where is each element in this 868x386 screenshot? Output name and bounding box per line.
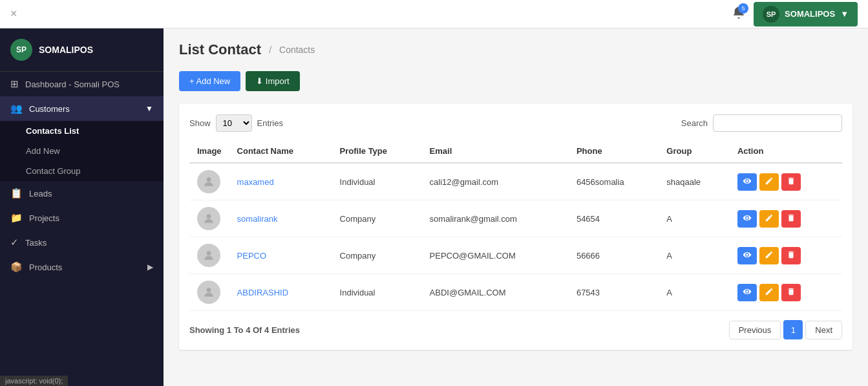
sidebar-tasks-label: Tasks [25,238,47,248]
sidebar-item-dashboard[interactable]: ⊞ Dashboard - Somali POS [0,72,164,96]
contact-name-cell: PEPCO [229,237,332,274]
pagination-buttons: Previous 1 Next [729,320,842,339]
group-cell: A [659,274,730,311]
contact-name-link[interactable]: ABDIRASHID [237,288,288,297]
sidebar: SP SOMALIPOS ⊞ Dashboard - Somali POS 👥 … [0,28,164,386]
contact-name-cell: somalirank [229,200,332,237]
col-contact-name: Contact Name [229,140,332,163]
view-button[interactable] [737,173,757,191]
products-icon: 📦 [10,261,23,273]
entries-label: Entries [257,118,283,128]
customers-submenu: Contacts List Add New Contact Group [0,121,164,181]
leads-icon: 📋 [10,188,23,199]
group-cell: A [659,237,730,274]
avatar-cell [189,237,229,274]
search-box: Search [681,114,842,132]
col-email: Email [422,140,569,163]
projects-icon: 📁 [10,212,23,224]
contact-name-link[interactable]: maxamed [237,177,274,187]
sidebar-projects-label: Projects [29,213,59,223]
sidebar-item-products[interactable]: 📦 Products ▶ [0,255,164,279]
contact-name-link[interactable]: PEPCO [237,251,267,261]
close-button[interactable]: × [10,7,17,21]
view-button[interactable] [737,210,757,228]
phone-cell: 6456somalia [569,163,659,200]
notification-bell[interactable]: 5 [732,6,746,22]
svg-point-0 [207,177,211,182]
sidebar-brand: SP SOMALIPOS [0,28,164,72]
showing-of-label: Of [250,325,264,335]
sidebar-brand-name: SOMALIPOS [39,45,93,55]
delete-button[interactable] [781,173,801,191]
group-cell: shaqaale [659,163,730,200]
page-title: List Contact [179,41,261,58]
tasks-icon: ✓ [10,237,19,248]
edit-button[interactable] [759,247,779,264]
email-cell: somalirank@gmail.com [422,200,569,237]
avatar [197,281,220,304]
col-action: Action [730,140,842,163]
email-cell: ABDI@GMAIL.COM [422,274,569,311]
next-button[interactable]: Next [805,321,842,339]
user-menu[interactable]: SP SOMALIPOS ▼ [754,2,858,27]
view-button[interactable] [737,247,757,264]
action-cell [730,237,842,274]
layout: SP SOMALIPOS ⊞ Dashboard - Somali POS 👥 … [0,28,868,386]
previous-button[interactable]: Previous [729,321,781,339]
add-new-button[interactable]: + Add New [179,71,240,91]
contact-name-link[interactable]: somalirank [237,214,278,224]
profile-type-cell: Individual [332,163,422,200]
top-header: × 5 SP SOMALIPOS ▼ [0,0,868,28]
table-controls: Show 10 25 50 100 Entries Search [189,114,842,132]
breadcrumb: Contacts [279,45,315,55]
page-header: List Contact / Contacts [179,41,852,58]
customers-arrow-icon: ▼ [145,104,153,113]
col-image: Image [189,140,229,163]
search-label: Search [681,118,708,128]
sidebar-item-customers[interactable]: 👥 Customers ▼ [0,96,164,121]
col-profile-type: Profile Type [332,140,422,163]
notification-badge: 5 [738,3,748,14]
entries-select[interactable]: 10 25 50 100 [216,114,252,132]
avatar [197,170,220,193]
edit-button[interactable] [759,173,779,191]
avatar-cell [189,200,229,237]
sidebar-item-contacts-list[interactable]: Contacts List [0,121,164,141]
user-avatar: SP [763,6,779,23]
sidebar-dashboard-label: Dashboard - Somali POS [25,80,120,89]
action-buttons [737,210,834,228]
showing-from: 1 [227,325,231,335]
page-number-1[interactable]: 1 [783,320,803,339]
table-row: maxamed Individual cali12@gmail.com 6456… [189,163,842,200]
sidebar-item-add-new[interactable]: Add New [0,141,164,161]
contact-name-cell: ABDIRASHID [229,274,332,311]
sidebar-item-projects[interactable]: 📁 Projects [0,206,164,230]
dropdown-arrow-icon: ▼ [840,9,849,19]
table-container: Show 10 25 50 100 Entries Search [179,104,852,350]
table-row: ABDIRASHID Individual ABDI@GMAIL.COM 675… [189,274,842,311]
edit-button[interactable] [759,284,779,301]
contacts-table: Image Contact Name Profile Type Email Ph… [189,140,842,311]
view-button[interactable] [737,284,757,301]
sidebar-logo: SP [10,39,32,61]
import-button[interactable]: ⬇ Import [246,71,299,91]
delete-button[interactable] [781,247,801,264]
sidebar-item-contact-group[interactable]: Contact Group [0,161,164,181]
table-header-row: Image Contact Name Profile Type Email Ph… [189,140,842,163]
sidebar-leads-label: Leads [29,189,52,198]
sidebar-item-leads[interactable]: 📋 Leads [0,181,164,206]
avatar-cell [189,274,229,311]
edit-button[interactable] [759,210,779,228]
delete-button[interactable] [781,210,801,228]
search-input[interactable] [713,114,842,132]
phone-cell: 67543 [569,274,659,311]
user-name-label: SOMALIPOS [785,9,835,19]
phone-cell: 56666 [569,237,659,274]
contact-name-cell: maxamed [229,163,332,200]
delete-button[interactable] [781,284,801,301]
sidebar-item-tasks[interactable]: ✓ Tasks [0,230,164,255]
table-row: PEPCO Company PEPCO@GMAIL.COM 56666 A [189,237,842,274]
action-buttons [737,247,834,264]
col-phone: Phone [569,140,659,163]
col-group: Group [659,140,730,163]
